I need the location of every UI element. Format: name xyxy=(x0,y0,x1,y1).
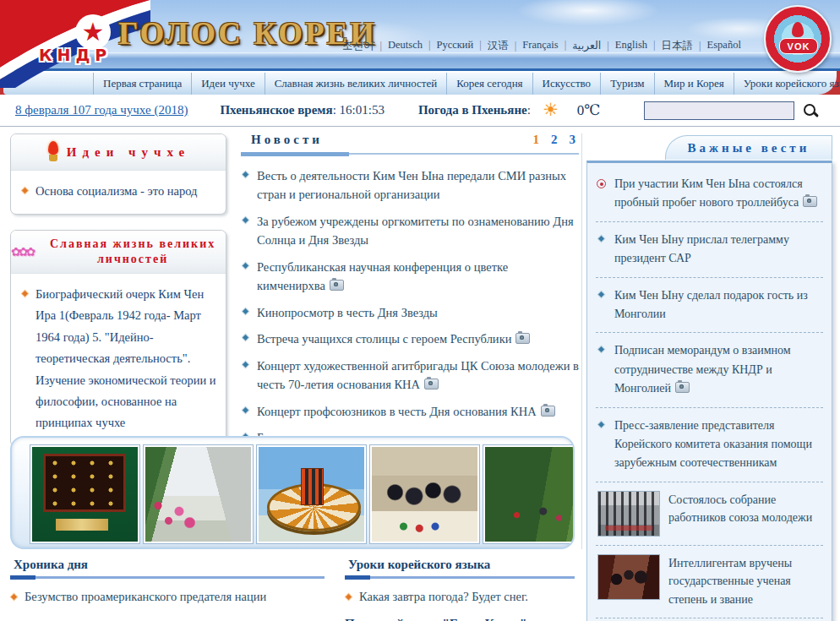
news-item-link[interactable]: Встреча учащихся столицы с героем Респуб… xyxy=(241,330,579,348)
important-news-list: При участии Ким Чен Ына состоялся пробны… xyxy=(596,175,823,482)
ring-bullet-icon xyxy=(597,179,606,188)
juche-date-link[interactable]: 8 февраля 107 года чучхе (2018) xyxy=(15,103,188,117)
search-icon[interactable] xyxy=(802,102,819,119)
important-news-item-link[interactable]: Ким Чен Ыну сделал подарок гость из Монг… xyxy=(596,286,823,334)
diamond-bullet-icon xyxy=(598,236,604,242)
news-item-link[interactable]: Концерт профсоюзников в честь Дня основа… xyxy=(241,402,579,421)
nav-item[interactable]: Славная жизнь великих личностей xyxy=(265,73,446,95)
biography-article-link[interactable]: Биографический очерк Ким Чен Ира 1(Февра… xyxy=(21,284,217,434)
important-news-sidebar: Важные вести При участии Ким Чен Ына сос… xyxy=(586,135,832,621)
carousel-photo[interactable] xyxy=(483,445,575,543)
diamond-bullet-icon xyxy=(346,594,352,600)
news-item-link[interactable]: Весть о деятельности Ким Чен Ына передал… xyxy=(241,166,579,204)
carousel-photo[interactable] xyxy=(370,445,479,543)
language-link[interactable]: English xyxy=(615,39,662,53)
weather-label: Погода в Пхеньяне xyxy=(418,103,527,117)
nav-item[interactable]: Туризм xyxy=(600,73,653,95)
language-link[interactable]: 汉语 xyxy=(488,39,523,53)
news-thumbnail-image xyxy=(597,554,660,600)
chronicle-item-link[interactable]: Безумство проамериканского предателя нац… xyxy=(10,587,325,607)
language-link[interactable]: 日本語 xyxy=(662,39,707,53)
logo-vok-label: VOK xyxy=(779,38,818,54)
nav-item[interactable]: Идеи чучхе xyxy=(191,73,265,95)
info-bar: 8 февраля 107 года чучхе (2018) Пхеньянс… xyxy=(0,95,840,127)
camera-icon xyxy=(803,196,817,207)
nav-item[interactable]: Уроки корейского языка xyxy=(734,73,840,95)
carousel-photo[interactable] xyxy=(30,445,139,543)
torch-icon xyxy=(46,141,60,163)
language-link[interactable]: Deutsch xyxy=(388,39,436,53)
diamond-bullet-icon xyxy=(243,407,248,413)
camera-icon xyxy=(515,333,530,344)
news-list: Весть о деятельности Ким Чен Ына передал… xyxy=(241,166,579,448)
language-bar: 조선어DeutschРусский汉语FrançaisالعربيةEnglis… xyxy=(342,39,741,53)
important-news-item-link[interactable]: При участии Ким Чен Ына состоялся пробны… xyxy=(596,175,823,222)
page-number-link[interactable]: 3 xyxy=(570,133,576,147)
nav-item[interactable]: Корея сегодня xyxy=(446,73,532,95)
language-link[interactable]: Français xyxy=(522,39,572,53)
diamond-bullet-icon xyxy=(243,362,248,368)
important-news-title: Важные вести xyxy=(688,141,810,155)
news-section: Новости 123 Весть о деятельности Ким Чен… xyxy=(241,131,579,455)
important-news-tab: Важные вести xyxy=(665,135,832,160)
temperature-value: 0℃ xyxy=(577,101,601,119)
column-divider xyxy=(581,133,582,549)
chronicle-section: Хроника дня Безумство проамериканского п… xyxy=(10,558,325,607)
important-news-item-link[interactable]: Подписан меморандум о взаимном сотруднич… xyxy=(596,341,823,407)
news-thumbnail-image xyxy=(597,491,660,537)
lessons-title: Уроки корейского языка xyxy=(345,558,575,579)
news-item-link[interactable]: Концерт художественной агитбригады ЦК Со… xyxy=(241,357,579,395)
carousel-photo[interactable] xyxy=(144,445,253,543)
camera-icon xyxy=(424,379,439,389)
nav-item[interactable]: Искусство xyxy=(532,73,601,95)
language-link[interactable]: Русский xyxy=(437,39,488,53)
diamond-bullet-icon xyxy=(243,263,248,269)
nav-menu: Первая страницаИдеи чучхеСлавная жизнь в… xyxy=(93,73,840,95)
camera-icon xyxy=(541,406,555,417)
lesson-item-link[interactable]: Какая завтра погода? Будет снег. xyxy=(345,587,575,607)
juche-box-title: Идеи чучхе xyxy=(67,145,191,160)
diamond-bullet-icon xyxy=(598,346,604,352)
mailbox-link[interactable]: Почтовый ящик "Голос Кореи" xyxy=(345,617,575,621)
logo-torch-icon xyxy=(792,22,804,37)
important-news-item-link[interactable]: Пресс-заявление представителя Корейского… xyxy=(596,417,823,482)
glorious-box-title: Славная жизнь великих личностей xyxy=(40,237,226,267)
important-photo-item-link[interactable]: Состоялось собрание работников союза мол… xyxy=(596,491,823,546)
important-news-item-link[interactable]: Ким Чен Ыну прислал телеграмму президент… xyxy=(596,231,823,278)
diamond-bullet-icon xyxy=(243,217,248,223)
diamond-bullet-icon xyxy=(22,291,28,297)
voice-of-korea-homepage: Первая страницаИдеи чучхеСлавная жизнь в… xyxy=(0,0,840,621)
page-number-link[interactable]: 1 xyxy=(533,133,540,147)
juche-ideas-box: Идеи чучхе Основа социализма - это народ xyxy=(10,133,226,215)
korean-lessons-section: Уроки корейского языка Какая завтра пого… xyxy=(345,558,575,621)
important-photo-item-link[interactable]: Интеллигентам вручены государственные уч… xyxy=(596,554,823,618)
carousel-photo[interactable] xyxy=(257,445,366,543)
nav-item[interactable]: Мир и Корея xyxy=(654,73,734,95)
page-number-link[interactable]: 2 xyxy=(551,133,558,147)
juche-article-link[interactable]: Основа социализма - это народ xyxy=(21,181,217,202)
diamond-bullet-icon xyxy=(243,308,248,314)
camera-icon xyxy=(675,382,690,393)
diamond-bullet-icon xyxy=(22,188,28,193)
news-item-link[interactable]: За рубежом учреждены оргкомитеты по озна… xyxy=(241,212,579,250)
diamond-bullet-icon xyxy=(598,291,604,297)
language-link[interactable]: Español xyxy=(707,39,741,53)
search-area xyxy=(644,101,819,120)
time-label: Пхеньянское время xyxy=(220,103,332,117)
language-link[interactable]: 조선어 xyxy=(342,39,388,53)
diamond-bullet-icon xyxy=(11,594,17,600)
language-link[interactable]: العربية xyxy=(572,39,615,53)
search-input[interactable] xyxy=(644,101,794,120)
camera-icon xyxy=(330,280,344,291)
svg-text:★: ★ xyxy=(82,17,105,46)
sun-icon: ☀ xyxy=(543,101,559,119)
news-item-link[interactable]: Кинопросмотр в честь Дня Звезды xyxy=(241,303,579,322)
news-section-title: Новости xyxy=(251,133,323,147)
chronicle-title: Хроника дня xyxy=(10,558,325,579)
time-value: 16:01:53 xyxy=(340,103,385,117)
diamond-bullet-icon xyxy=(598,421,604,427)
glorious-life-box: ✿✿✿ Славная жизнь великих личностей Биог… xyxy=(10,230,226,447)
news-item-link[interactable]: Республиканская научная конференция о цв… xyxy=(241,258,579,296)
vok-logo[interactable]: VOK xyxy=(764,5,832,73)
site-title: ГОЛОС КОРЕИ xyxy=(118,15,377,52)
